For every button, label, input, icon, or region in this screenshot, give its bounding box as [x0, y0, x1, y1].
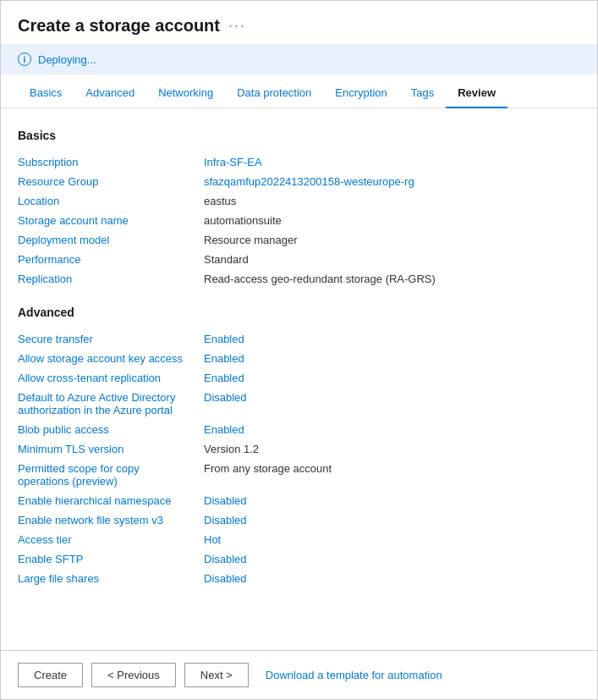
info-icon: i	[18, 52, 31, 66]
table-row: Locationeastus	[18, 191, 580, 211]
field-label: Large file shares	[18, 569, 204, 588]
field-label: Enable hierarchical namespace	[18, 491, 204, 510]
field-value: Disabled	[204, 388, 580, 420]
basics-section-title: Basics	[18, 129, 580, 142]
header-dots: ···	[228, 17, 246, 35]
table-row: Minimum TLS versionVersion 1.2	[18, 439, 580, 459]
table-row: PerformanceStandard	[18, 250, 580, 269]
table-row: Storage account nameautomationsuite	[18, 211, 580, 230]
field-label: Blob public access	[18, 420, 204, 439]
page-title: Create a storage account	[18, 16, 220, 36]
table-row: ReplicationRead-access geo-redundant sto…	[18, 269, 580, 289]
table-row: Allow cross-tenant replicationEnabled	[18, 368, 580, 388]
field-label: Default to Azure Active Directory author…	[18, 388, 204, 420]
field-value: Resource manager	[204, 230, 580, 250]
advanced-section-title: Advanced	[18, 306, 580, 319]
table-row: Default to Azure Active Directory author…	[18, 388, 580, 420]
field-value: eastus	[204, 191, 580, 211]
field-value: sfazqamfup2022413200158-westeurope-rg	[204, 172, 580, 191]
field-value: Disabled	[204, 569, 580, 588]
field-label: Replication	[18, 269, 204, 289]
table-row: Permitted scope for copy operations (pre…	[18, 459, 580, 491]
tab-review[interactable]: Review	[446, 78, 507, 107]
table-row: Access tierHot	[18, 530, 580, 549]
field-value: Disabled	[204, 510, 580, 530]
field-label: Storage account name	[18, 211, 204, 230]
field-value: Enabled	[204, 420, 580, 439]
download-template-link[interactable]: Download a template for automation	[266, 669, 442, 681]
tab-basics[interactable]: Basics	[18, 78, 74, 107]
field-label: Permitted scope for copy operations (pre…	[18, 459, 204, 491]
field-value: Disabled	[204, 549, 580, 569]
field-label: Performance	[18, 250, 204, 269]
field-value: Enabled	[204, 349, 580, 368]
deploying-bar: i Deploying...	[1, 44, 597, 74]
table-row: Enable network file system v3Disabled	[18, 510, 580, 530]
table-row: Secure transferEnabled	[18, 329, 580, 349]
tab-encryption[interactable]: Encryption	[323, 78, 398, 107]
tab-advanced[interactable]: Advanced	[74, 78, 146, 107]
tab-networking[interactable]: Networking	[146, 78, 225, 107]
field-value: Disabled	[204, 491, 580, 510]
basics-table: SubscriptionInfra-SF-EAResource Groupsfa…	[18, 152, 580, 289]
field-label: Allow cross-tenant replication	[18, 368, 204, 388]
table-row: Large file sharesDisabled	[18, 569, 580, 588]
table-row: Resource Groupsfazqamfup2022413200158-we…	[18, 172, 580, 191]
field-label: Enable SFTP	[18, 549, 204, 569]
field-label: Resource Group	[18, 172, 204, 191]
field-label: Allow storage account key access	[18, 349, 204, 368]
table-row: SubscriptionInfra-SF-EA	[18, 152, 580, 172]
table-row: Blob public accessEnabled	[18, 420, 580, 439]
field-label: Subscription	[18, 152, 204, 172]
field-value: Hot	[204, 530, 580, 549]
field-value: Enabled	[204, 368, 580, 388]
field-label: Deployment model	[18, 230, 204, 250]
field-label: Enable network file system v3	[18, 510, 204, 530]
table-row: Allow storage account key accessEnabled	[18, 349, 580, 368]
tab-bar: Basics Advanced Networking Data protecti…	[1, 78, 597, 108]
advanced-table: Secure transferEnabledAllow storage acco…	[18, 329, 580, 588]
field-label: Access tier	[18, 530, 204, 549]
field-label: Minimum TLS version	[18, 439, 204, 459]
previous-button[interactable]: < Previous	[91, 663, 176, 687]
table-row: Deployment modelResource manager	[18, 230, 580, 250]
next-button[interactable]: Next >	[184, 663, 249, 687]
table-row: Enable SFTPDisabled	[18, 549, 580, 569]
field-value: Enabled	[204, 329, 580, 349]
field-value: Version 1.2	[204, 439, 580, 459]
field-label: Location	[18, 191, 204, 211]
field-label: Secure transfer	[18, 329, 204, 349]
tab-tags[interactable]: Tags	[399, 78, 446, 107]
table-row: Enable hierarchical namespaceDisabled	[18, 491, 580, 510]
field-value: From any storage account	[204, 459, 580, 491]
field-value: automationsuite	[204, 211, 580, 230]
tab-data-protection[interactable]: Data protection	[225, 78, 323, 107]
field-value: Standard	[204, 250, 580, 269]
create-button[interactable]: Create	[18, 663, 83, 687]
deploying-text: Deploying...	[38, 53, 96, 66]
field-value: Read-access geo-redundant storage (RA-GR…	[204, 269, 580, 289]
field-value: Infra-SF-EA	[204, 152, 580, 172]
footer: Create < Previous Next > Download a temp…	[1, 650, 597, 699]
main-content: Basics SubscriptionInfra-SF-EAResource G…	[1, 108, 597, 650]
